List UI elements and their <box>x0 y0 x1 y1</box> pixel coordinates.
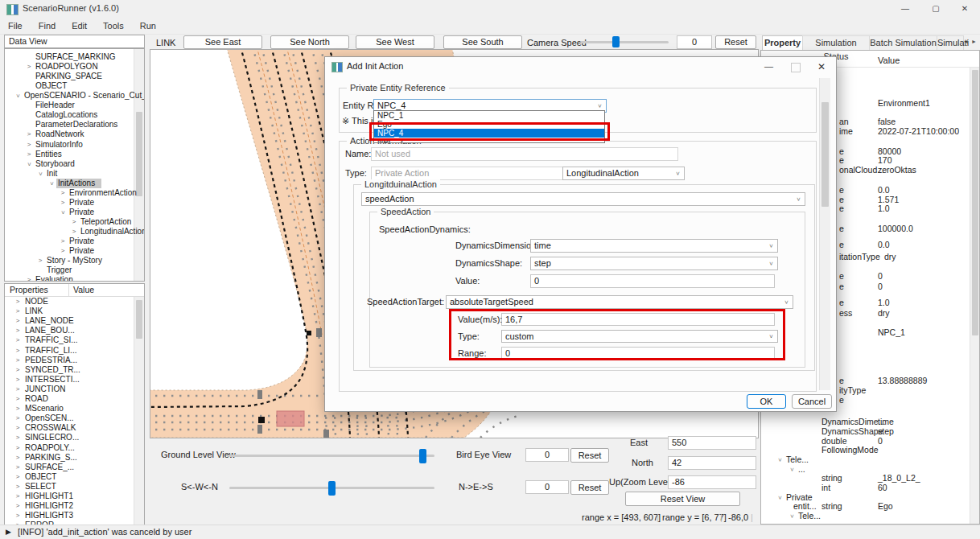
tab-batch-simulation[interactable]: Batch Simulation <box>869 35 937 50</box>
camera-speed-slider[interactable] <box>580 41 669 43</box>
dialog-scrollbar-thumb[interactable] <box>821 102 829 207</box>
camera-speed-value[interactable]: 0 <box>677 35 712 49</box>
property-item[interactable]: >SELECT <box>5 482 144 492</box>
camera-speed-reset-button[interactable]: Reset <box>715 35 756 49</box>
chevron-right-icon[interactable]: > <box>25 150 33 159</box>
bird-eye-view-reset-button[interactable]: Reset <box>570 448 609 463</box>
property-item[interactable]: >LANE_BOU... <box>5 326 144 335</box>
right-panel-scrollbar[interactable] <box>970 68 980 525</box>
chevron-right-icon[interactable]: > <box>14 297 22 307</box>
property-item[interactable]: >MScenario <box>5 404 144 414</box>
property-item[interactable]: >PARKING_S... <box>5 453 144 463</box>
tree-item[interactable]: ParameterDeclarations <box>5 120 144 130</box>
chevron-down-icon[interactable]: > <box>765 260 777 268</box>
tree-item[interactable]: >Story - MyStory <box>5 256 144 265</box>
property-item[interactable]: >SURFACE_... <box>5 463 144 472</box>
properties-scrollbar[interactable] <box>134 297 144 525</box>
chevron-right-icon[interactable]: > <box>14 335 22 345</box>
tab-simulation-status[interactable]: Simulation Status <box>802 35 870 50</box>
tree-item[interactable]: >Init <box>5 169 144 179</box>
right-panel-scrollbar-thumb[interactable] <box>972 70 978 335</box>
chevron-right-icon[interactable]: > <box>25 62 33 72</box>
longitudinal-action-combobox[interactable]: speedAction > <box>361 192 805 206</box>
properties-panel[interactable]: Properties Value >NODE>LINK>LANE_NODE>LA… <box>4 283 145 526</box>
tree-item[interactable]: >EnvironmentAction <box>5 188 144 198</box>
dialog-title-bar[interactable]: Add Init Action — ✕ <box>325 57 836 76</box>
action-subtype-combobox[interactable]: LongitudinalAction > <box>562 167 685 180</box>
chevron-right-icon[interactable]: > <box>14 443 22 453</box>
nes-reset-button[interactable]: Reset <box>570 480 609 495</box>
chevron-right-icon[interactable]: > <box>14 482 22 492</box>
chevron-down-icon[interactable]: > <box>765 242 777 250</box>
chevron-right-icon[interactable]: > <box>14 385 22 394</box>
property-item[interactable]: >INTERSECTI... <box>5 375 144 385</box>
dynamics-shape-combobox[interactable]: step > <box>530 257 778 270</box>
chevron-down-icon[interactable]: > <box>672 170 684 178</box>
menu-edit[interactable]: Edit <box>64 18 95 34</box>
chevron-right-icon[interactable]: > <box>25 275 33 282</box>
dialog-scrollbar[interactable] <box>819 78 830 390</box>
up-zoom-level-value[interactable]: -86 <box>668 475 756 489</box>
chevron-right-icon[interactable]: > <box>14 365 22 375</box>
chevron-right-icon[interactable]: > <box>14 346 22 356</box>
menu-find[interactable]: Find <box>31 18 64 34</box>
chevron-right-icon[interactable]: > <box>14 326 22 335</box>
north-value[interactable]: 42 <box>668 456 756 470</box>
view-button-see-west[interactable]: See West <box>356 35 434 49</box>
chevron-right-icon[interactable]: > <box>14 394 22 404</box>
chevron-right-icon[interactable]: > <box>59 246 67 256</box>
cancel-button[interactable]: Cancel <box>792 394 832 409</box>
tree-item[interactable]: >Private <box>5 208 144 217</box>
menu-tools[interactable]: Tools <box>95 18 132 34</box>
menu-run[interactable]: Run <box>132 18 164 34</box>
chevron-right-icon[interactable]: > <box>14 423 22 433</box>
property-item[interactable]: >HIGHLIGHT1 <box>5 492 144 501</box>
data-view-tree[interactable]: SURFACE_MARKING>ROADPOLYGONPARKING_SPACE… <box>4 48 145 282</box>
tree-item[interactable]: CatalogLocations <box>5 110 144 120</box>
chevron-right-icon[interactable]: > <box>25 140 33 150</box>
chevron-down-icon[interactable]: > <box>793 195 805 204</box>
camera-speed-slider-handle[interactable] <box>612 36 620 47</box>
tree-item[interactable]: >RoadNetwork <box>5 130 144 139</box>
chevron-down-icon[interactable]: > <box>776 456 784 464</box>
property-item[interactable]: >OBJECT <box>5 472 144 482</box>
chevron-right-icon[interactable]: > <box>25 130 33 139</box>
tree-item[interactable]: SURFACE_MARKING <box>5 52 144 62</box>
chevron-right-icon[interactable]: > <box>70 217 78 227</box>
property-item[interactable]: >HIGHLIGHT2 <box>5 501 144 511</box>
chevron-right-icon[interactable]: > <box>14 414 22 423</box>
chevron-right-icon[interactable]: > <box>59 198 67 208</box>
chevron-right-icon[interactable]: > <box>14 511 22 520</box>
property-item[interactable]: >HIGHLIGHT3 <box>5 511 144 520</box>
chevron-right-icon[interactable]: > <box>59 237 67 246</box>
tree-item[interactable]: OBJECT <box>5 81 144 91</box>
chevron-right-icon[interactable]: > <box>14 453 22 463</box>
property-item[interactable]: >NODE <box>5 297 144 307</box>
close-button[interactable]: ✕ <box>949 0 980 18</box>
maximize-button[interactable]: ▢ <box>920 0 951 18</box>
ground-level-view-slider-handle[interactable] <box>419 449 426 463</box>
ok-button[interactable]: OK <box>747 394 786 409</box>
tree-item[interactable]: FileHeader <box>5 101 144 110</box>
tab-scroll-right-icon[interactable]: ► <box>971 39 977 44</box>
chevron-right-icon[interactable]: > <box>14 472 22 482</box>
chevron-down-icon[interactable]: > <box>24 160 34 168</box>
reset-view-button[interactable]: Reset View <box>625 492 740 506</box>
dialog-minimize-icon[interactable]: — <box>764 61 773 71</box>
tree-item[interactable]: >Private <box>5 198 144 208</box>
chevron-down-icon[interactable]: > <box>58 208 68 216</box>
tree-item[interactable]: >SimulatorInfo <box>5 140 144 150</box>
tab-property[interactable]: Property <box>762 35 803 50</box>
swn-slider-handle[interactable] <box>328 481 336 496</box>
chevron-right-icon[interactable]: > <box>14 492 22 501</box>
tree-item[interactable]: >OpenSCENARIO - Scenario_Cut_In_1 <box>5 91 144 101</box>
action-name-input[interactable]: Not used <box>371 147 678 161</box>
dynamics-value-input[interactable]: 0 <box>530 274 775 288</box>
property-item[interactable]: >SYNCED_TR... <box>5 365 144 375</box>
property-item[interactable]: >LANE_NODE <box>5 316 144 326</box>
property-item[interactable]: >TRAFFIC_SI... <box>5 335 144 345</box>
tree-item[interactable]: >Entities <box>5 150 144 159</box>
view-button-see-south[interactable]: See South <box>443 35 522 49</box>
tree-item[interactable]: PARKING_SPACE <box>5 72 144 81</box>
chevron-down-icon[interactable]: > <box>594 102 606 110</box>
